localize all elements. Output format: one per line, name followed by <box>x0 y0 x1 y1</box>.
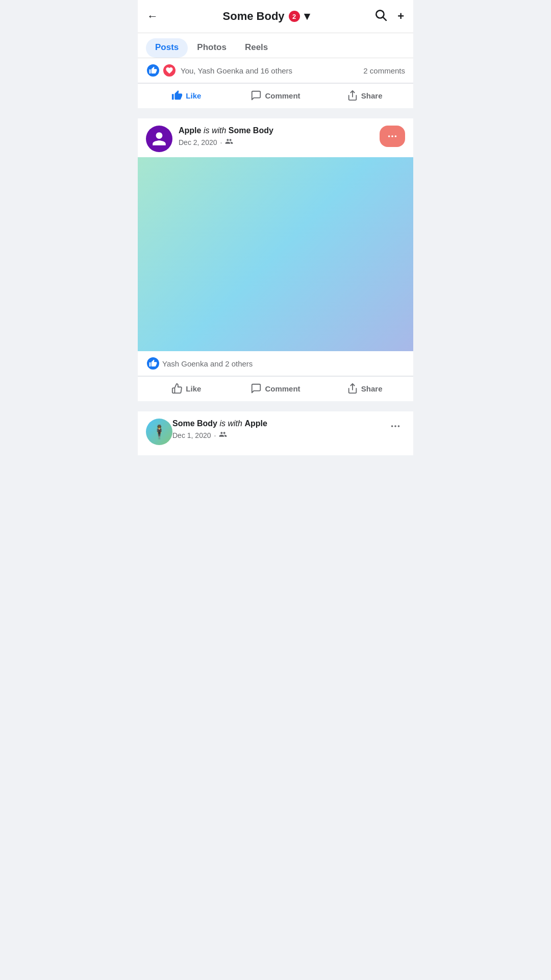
like-label-2: Like <box>186 384 201 393</box>
is-with-text-3: is with <box>219 419 244 428</box>
ellipsis-icon-2 <box>387 131 398 142</box>
like-reaction-icon-2 <box>146 356 160 371</box>
notification-badge: 2 <box>289 11 300 22</box>
share-label-2: Share <box>361 384 383 393</box>
avatar-apple <box>146 126 172 152</box>
post-meta-3: Some Body is with Apple Dec 1, 2020 · <box>172 419 386 440</box>
svg-point-3 <box>388 135 390 137</box>
tab-posts[interactable]: Posts <box>146 38 188 58</box>
separator-dot-3: · <box>214 431 216 439</box>
more-options-button-2[interactable] <box>380 126 405 147</box>
share-icon <box>347 90 358 101</box>
like-label-1: Like <box>186 91 201 100</box>
reactions-text-1: You, Yash Goenka and 16 others <box>181 66 292 75</box>
app-header: ← Some Body 2 ▾ + <box>138 0 413 33</box>
svg-point-5 <box>395 135 397 137</box>
post-author-3: Some Body <box>172 419 217 428</box>
svg-point-7 <box>391 425 393 427</box>
comments-count-1[interactable]: 2 comments <box>363 66 405 75</box>
comment-label-2: Comment <box>265 384 300 393</box>
more-options-button-3[interactable] <box>386 419 405 434</box>
post-header-2: Apple is with Some Body Dec 2, 2020 · <box>138 118 413 157</box>
tabs-bar: Posts Photos Reels <box>138 33 413 58</box>
post-author-2: Apple <box>179 126 201 135</box>
post-card-2: Apple is with Some Body Dec 2, 2020 · <box>138 118 413 401</box>
header-actions: + <box>374 8 404 24</box>
post-date-row-3: Dec 1, 2020 · <box>172 430 386 440</box>
header-center: Some Body 2 ▾ <box>223 10 310 23</box>
share-button-2[interactable]: Share <box>320 379 409 398</box>
dropdown-icon[interactable]: ▾ <box>304 10 310 23</box>
post-author-line-2: Apple is with Some Body <box>179 126 380 136</box>
reaction-icons-1: You, Yash Goenka and 16 others <box>146 63 292 78</box>
reactions-row-1: You, Yash Goenka and 16 others 2 comment… <box>138 58 413 83</box>
reactions-row-2: Yash Goenka and 2 others <box>138 351 413 376</box>
actions-row-1: Like Comment Share <box>138 83 413 108</box>
comment-label-1: Comment <box>265 91 300 100</box>
post-card-1: You, Yash Goenka and 16 others 2 comment… <box>138 58 413 108</box>
like-button-1[interactable]: Like <box>142 86 231 105</box>
svg-point-9 <box>398 425 400 427</box>
section-divider-1 <box>138 113 413 118</box>
post-image-2 <box>138 157 413 351</box>
post-date-2: Dec 2, 2020 <box>179 138 217 146</box>
add-button[interactable]: + <box>397 10 404 23</box>
comment-button-2[interactable]: Comment <box>231 379 320 398</box>
header-title: Some Body <box>223 10 285 23</box>
post-card-3: 🕴️ Some Body is with Apple Dec 1, 2020 · <box>138 411 413 455</box>
svg-point-8 <box>394 425 396 427</box>
reactions-text-2: Yash Goenka and 2 others <box>162 359 253 368</box>
is-with-text-2: is with <box>204 126 229 135</box>
search-icon[interactable] <box>374 8 387 24</box>
section-divider-2 <box>138 406 413 411</box>
svg-line-1 <box>383 17 386 20</box>
share-label-1: Share <box>361 91 383 100</box>
friends-icon-3 <box>219 430 227 440</box>
ellipsis-icon-3 <box>390 421 401 432</box>
share-icon-2 <box>347 383 358 394</box>
tab-reels[interactable]: Reels <box>236 38 277 58</box>
comment-button-1[interactable]: Comment <box>231 86 320 105</box>
post-meta-2: Apple is with Some Body Dec 2, 2020 · <box>179 126 380 148</box>
share-button-1[interactable]: Share <box>320 86 409 105</box>
like-icon-filled <box>171 90 183 101</box>
svg-point-4 <box>391 135 393 137</box>
like-button-2[interactable]: Like <box>142 379 231 398</box>
actions-row-2: Like Comment Share <box>138 376 413 401</box>
love-reaction-icon <box>162 63 177 78</box>
separator-dot-2: · <box>220 138 222 146</box>
back-button[interactable]: ← <box>147 10 158 23</box>
post-header-3: 🕴️ Some Body is with Apple Dec 1, 2020 · <box>138 411 413 450</box>
post-date-row-2: Dec 2, 2020 · <box>179 137 380 148</box>
user-avatar-icon <box>151 131 167 147</box>
friends-icon-2 <box>225 137 233 148</box>
post-author-line-3: Some Body is with Apple <box>172 419 386 429</box>
post-tagged-3: Apple <box>244 419 267 428</box>
comment-icon-2 <box>251 383 262 394</box>
post-tagged-2: Some Body <box>229 126 273 135</box>
avatar-somebody: 🕴️ <box>146 419 172 445</box>
post-date-3: Dec 1, 2020 <box>172 431 211 439</box>
tab-photos[interactable]: Photos <box>188 38 236 58</box>
like-icon-outline <box>171 383 183 394</box>
comment-icon <box>251 90 262 101</box>
like-reaction-icon <box>146 63 160 78</box>
